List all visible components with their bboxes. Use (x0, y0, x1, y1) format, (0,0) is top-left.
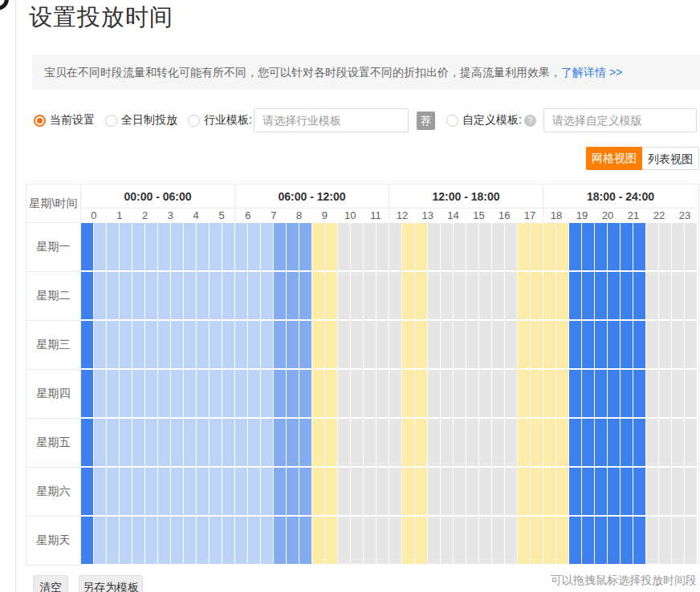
schedule-cell[interactable] (389, 517, 402, 564)
schedule-cell[interactable] (132, 321, 145, 368)
schedule-cell[interactable] (608, 517, 621, 564)
schedule-cell[interactable] (672, 517, 685, 564)
schedule-cell[interactable] (158, 419, 171, 466)
schedule-cell[interactable] (184, 468, 197, 515)
schedule-cell[interactable] (441, 370, 454, 417)
schedule-cell[interactable] (621, 419, 633, 466)
schedule-cell[interactable] (402, 272, 415, 319)
schedule-cell[interactable] (120, 419, 132, 466)
schedule-cell[interactable] (132, 468, 145, 515)
schedule-cell[interactable] (531, 272, 543, 319)
schedule-cell[interactable] (94, 517, 107, 564)
schedule-cell[interactable] (107, 468, 120, 515)
schedule-cell[interactable] (94, 223, 107, 270)
schedule-cell[interactable] (492, 321, 505, 368)
schedule-cell[interactable] (81, 468, 94, 515)
radio-fullday-label[interactable]: 全日制投放 (121, 113, 177, 128)
schedule-cell[interactable] (312, 517, 325, 564)
schedule-cell[interactable] (235, 321, 248, 368)
save-template-button[interactable]: 另存为模板 (79, 575, 143, 592)
schedule-cell[interactable] (428, 370, 441, 417)
radio-custom-template[interactable] (446, 115, 458, 127)
schedule-cell[interactable] (107, 321, 120, 368)
schedule-cell[interactable] (492, 517, 505, 564)
schedule-cell[interactable] (210, 272, 222, 319)
schedule-cell[interactable] (569, 223, 582, 270)
industry-template-select[interactable]: 请选择行业模板 (254, 108, 409, 132)
schedule-cell[interactable] (569, 468, 582, 515)
grid-view-button[interactable]: 网格视图 (586, 147, 642, 170)
schedule-cell[interactable] (299, 272, 312, 319)
schedule-cell[interactable] (158, 370, 171, 417)
schedule-cell[interactable] (415, 321, 428, 368)
schedule-cell[interactable] (543, 419, 556, 466)
schedule-cell[interactable] (621, 468, 633, 515)
schedule-cell[interactable] (364, 321, 376, 368)
schedule-cell[interactable] (402, 419, 415, 466)
schedule-cell[interactable] (235, 223, 248, 270)
schedule-cell[interactable] (287, 272, 299, 319)
schedule-cell[interactable] (351, 517, 364, 564)
schedule-cell[interactable] (210, 223, 222, 270)
schedule-cell[interactable] (454, 272, 466, 319)
schedule-cell[interactable] (428, 468, 441, 515)
schedule-cell[interactable] (556, 321, 569, 368)
schedule-cell[interactable] (81, 370, 94, 417)
schedule-cell[interactable] (492, 419, 505, 466)
schedule-cell[interactable] (415, 272, 428, 319)
radio-custom-template-label[interactable]: 自定义模板: (462, 113, 522, 128)
schedule-cell[interactable] (646, 419, 659, 466)
schedule-cell[interactable] (621, 370, 633, 417)
schedule-cell[interactable] (479, 419, 492, 466)
schedule-cell[interactable] (569, 321, 582, 368)
schedule-cell[interactable] (621, 223, 633, 270)
schedule-cell[interactable] (158, 468, 171, 515)
schedule-cell[interactable] (184, 321, 197, 368)
schedule-cell[interactable] (261, 419, 274, 466)
schedule-cell[interactable] (145, 370, 158, 417)
schedule-cell[interactable] (441, 272, 454, 319)
schedule-cell[interactable] (672, 223, 685, 270)
schedule-cell[interactable] (210, 321, 222, 368)
schedule-cell[interactable] (608, 272, 621, 319)
schedule-cell[interactable] (171, 468, 184, 515)
schedule-cell[interactable] (94, 272, 107, 319)
schedule-cell[interactable] (633, 321, 646, 368)
schedule-cell[interactable] (479, 517, 492, 564)
schedule-cell[interactable] (505, 517, 518, 564)
schedule-cell[interactable] (325, 272, 338, 319)
schedule-cell[interactable] (235, 468, 248, 515)
schedule-cell[interactable] (158, 321, 171, 368)
schedule-cell[interactable] (376, 272, 389, 319)
schedule-cell[interactable] (261, 370, 274, 417)
schedule-cell[interactable] (197, 517, 210, 564)
schedule-cell[interactable] (120, 321, 132, 368)
schedule-cell[interactable] (338, 223, 351, 270)
schedule-cell[interactable] (402, 321, 415, 368)
schedule-cell[interactable] (261, 223, 274, 270)
schedule-cell[interactable] (582, 370, 595, 417)
schedule-cell[interactable] (621, 272, 633, 319)
schedule-cell[interactable] (646, 468, 659, 515)
schedule-cell[interactable] (595, 419, 608, 466)
schedule-cell[interactable] (389, 223, 402, 270)
schedule-cell[interactable] (338, 517, 351, 564)
schedule-cell[interactable] (376, 321, 389, 368)
schedule-cell[interactable] (287, 370, 299, 417)
schedule-cell[interactable] (659, 370, 672, 417)
schedule-cell[interactable] (633, 272, 646, 319)
schedule-cell[interactable] (543, 517, 556, 564)
schedule-cell[interactable] (505, 272, 518, 319)
schedule-cell[interactable] (197, 272, 210, 319)
schedule-cell[interactable] (428, 223, 441, 270)
schedule-cell[interactable] (633, 223, 646, 270)
schedule-cell[interactable] (338, 370, 351, 417)
schedule-cell[interactable] (672, 272, 685, 319)
schedule-cell[interactable] (582, 468, 595, 515)
schedule-cell[interactable] (608, 370, 621, 417)
radio-current-setting[interactable] (34, 115, 46, 127)
schedule-cell[interactable] (171, 517, 184, 564)
schedule-cell[interactable] (210, 419, 222, 466)
schedule-cell[interactable] (621, 321, 633, 368)
schedule-cell[interactable] (569, 272, 582, 319)
